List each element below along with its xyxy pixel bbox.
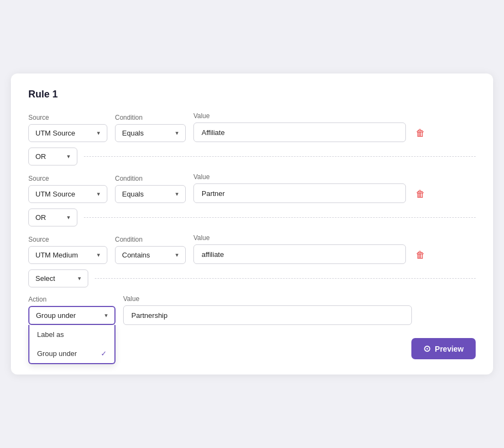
action-value-group: Value xyxy=(123,295,412,325)
condition-group-2: Condition Equals ▾ xyxy=(115,175,186,203)
chevron-icon-2: ▾ xyxy=(97,191,100,198)
value-group-2: Value xyxy=(193,173,406,203)
or-dropdown-1[interactable]: OR ▾ xyxy=(28,148,77,165)
source-group-3: Source UTM Medium ▾ xyxy=(28,236,107,264)
chevron-icon-or2: ▾ xyxy=(67,214,70,221)
condition-group-1: Condition Equals ▾ xyxy=(115,114,186,142)
action-dropdown-menu: Label as Group under ✓ xyxy=(28,325,116,364)
chevron-icon-1: ▾ xyxy=(97,130,100,137)
source-label-1: Source xyxy=(28,114,107,121)
preview-icon: ⊙ xyxy=(423,343,430,354)
or-label-1: OR xyxy=(35,152,46,161)
rule-row-2: Source UTM Source ▾ Condition Equals ▾ V… xyxy=(28,173,476,203)
preview-label: Preview xyxy=(435,345,464,353)
delete-icon-2: 🗑 xyxy=(416,189,425,200)
condition-label-2: Condition xyxy=(115,175,186,182)
chevron-icon-cond2: ▾ xyxy=(175,191,179,198)
condition-value-2: Equals xyxy=(122,190,144,198)
condition-dropdown-2[interactable]: Equals ▾ xyxy=(115,185,186,203)
dropdown-item-group-under[interactable]: Group under ✓ xyxy=(29,344,114,363)
or-divider-1: OR ▾ xyxy=(28,148,476,165)
preview-button[interactable]: ⊙ Preview xyxy=(411,338,476,359)
condition-value-1: Equals xyxy=(122,129,144,137)
chevron-icon-cond3: ▾ xyxy=(175,251,179,259)
value-label-2: Value xyxy=(193,173,406,181)
chevron-icon-select: ▾ xyxy=(78,275,81,282)
action-value-input[interactable] xyxy=(123,305,412,325)
rule-row-1: Source UTM Source ▾ Condition Equals ▾ V… xyxy=(28,112,476,142)
source-label-2: Source xyxy=(28,175,107,182)
source-value-2: UTM Source xyxy=(35,190,75,198)
delete-row-1[interactable]: 🗑 xyxy=(414,126,427,141)
source-group-2: Source UTM Source ▾ xyxy=(28,175,107,203)
rule-title: Rule 1 xyxy=(28,89,476,100)
source-dropdown-1[interactable]: UTM Source ▾ xyxy=(28,124,107,142)
select-dropdown[interactable]: Select ▾ xyxy=(28,269,88,287)
value-label-3: Value xyxy=(193,234,406,242)
value-group-1: Value xyxy=(193,112,406,142)
condition-group-3: Condition Contains ▾ xyxy=(115,236,186,264)
source-dropdown-3[interactable]: UTM Medium ▾ xyxy=(28,246,107,264)
source-group-1: Source UTM Source ▾ xyxy=(28,114,107,142)
value-input-1[interactable] xyxy=(193,122,406,142)
or-divider-2: OR ▾ xyxy=(28,208,476,226)
value-label-1: Value xyxy=(193,112,406,120)
action-label: Action xyxy=(28,296,116,303)
action-dropdown[interactable]: Group under ▾ xyxy=(28,306,116,325)
or-dropdown-2[interactable]: OR ▾ xyxy=(28,208,77,226)
action-group: Action Group under ▾ Label as Group unde… xyxy=(28,296,116,325)
check-icon: ✓ xyxy=(101,349,107,358)
source-label-3: Source xyxy=(28,236,107,243)
delete-row-2[interactable]: 🗑 xyxy=(414,187,427,202)
value-group-3: Value xyxy=(193,234,406,264)
dropdown-item-label-as-text: Label as xyxy=(37,330,64,339)
chevron-icon-3: ▾ xyxy=(97,251,100,259)
action-section: Action Group under ▾ Label as Group unde… xyxy=(28,295,476,325)
value-input-2[interactable] xyxy=(193,183,406,203)
chevron-icon-action: ▾ xyxy=(105,312,108,319)
condition-label-3: Condition xyxy=(115,236,186,243)
delete-icon-3: 🗑 xyxy=(416,250,425,261)
action-value-label: Value xyxy=(123,295,412,303)
condition-value-3: Contains xyxy=(122,251,150,259)
action-dropdown-container: Group under ▾ Label as Group under ✓ xyxy=(28,306,116,325)
condition-dropdown-3[interactable]: Contains ▾ xyxy=(115,246,186,264)
delete-icon-1: 🗑 xyxy=(416,128,425,139)
source-dropdown-2[interactable]: UTM Source ▾ xyxy=(28,185,107,203)
source-value-1: UTM Source xyxy=(35,129,75,137)
or-label-2: OR xyxy=(35,213,46,222)
select-label: Select xyxy=(35,274,55,283)
rule-card: Rule 1 Source UTM Source ▾ Condition Equ… xyxy=(11,73,493,375)
condition-dropdown-1[interactable]: Equals ▾ xyxy=(115,124,186,142)
divider-line-1 xyxy=(84,156,476,157)
divider-line-2 xyxy=(84,217,476,218)
action-value: Group under xyxy=(36,311,76,320)
source-value-3: UTM Medium xyxy=(35,251,78,259)
action-row: Action Group under ▾ Label as Group unde… xyxy=(28,295,476,325)
dropdown-item-label-as[interactable]: Label as xyxy=(29,325,114,344)
dropdown-item-group-under-text: Group under xyxy=(37,349,77,358)
select-divider: Select ▾ xyxy=(28,269,476,287)
chevron-icon-cond1: ▾ xyxy=(175,130,179,137)
chevron-icon-or1: ▾ xyxy=(67,153,70,160)
value-input-3[interactable] xyxy=(193,244,406,264)
condition-label-1: Condition xyxy=(115,114,186,121)
rule-row-3: Source UTM Medium ▾ Condition Contains ▾… xyxy=(28,234,476,264)
divider-line-3 xyxy=(95,278,476,279)
delete-row-3[interactable]: 🗑 xyxy=(414,248,427,263)
